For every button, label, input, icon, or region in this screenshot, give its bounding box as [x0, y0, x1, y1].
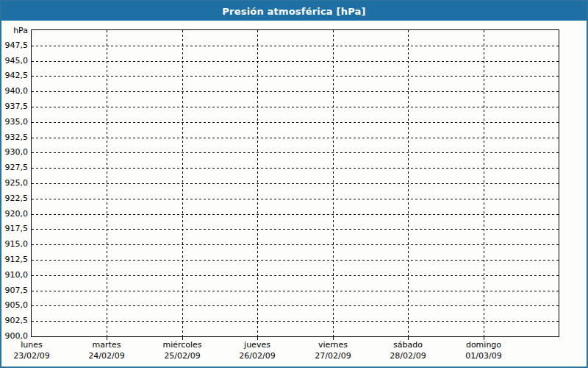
- y-tick-label: 905,0: [1, 300, 28, 311]
- day-name: lunes: [0, 339, 70, 350]
- x-day-label: lunes23/02/09: [0, 339, 70, 361]
- x-day-label: sábado28/02/09: [370, 339, 446, 361]
- day-date: 26/02/09: [219, 350, 295, 361]
- day-date: 24/02/09: [68, 350, 145, 361]
- day-name: domingo: [445, 339, 522, 350]
- x-day-label: viernes27/02/09: [295, 339, 371, 361]
- day-name: martes: [68, 339, 145, 350]
- y-tick-label: 940,0: [1, 85, 28, 97]
- x-axis-tick: [182, 337, 183, 340]
- day-name: sábado: [370, 339, 446, 350]
- y-tick-label: 942,5: [1, 70, 28, 82]
- title-bar: Presión atmosférica [hPa]: [1, 1, 587, 21]
- day-name: jueves: [219, 339, 295, 350]
- chart-title: Presión atmosférica [hPa]: [222, 6, 365, 17]
- x-axis-tick: [257, 337, 258, 340]
- y-tick-label: 930,0: [1, 146, 28, 158]
- y-tick-label: 937,5: [1, 101, 28, 113]
- pressure-chart-widget: Presión atmosférica [hPa] hPa 947,5945,0…: [0, 0, 588, 368]
- day-name: viernes: [295, 339, 371, 350]
- x-day-label: martes24/02/09: [68, 339, 145, 361]
- y-tick-label: 932,5: [1, 132, 28, 144]
- y-tick-label: 900,0: [1, 330, 28, 342]
- y-axis-unit-label: hPa: [1, 26, 28, 36]
- y-tick-label: 910,0: [1, 269, 28, 281]
- x-day-label: miércoles25/02/09: [144, 339, 220, 361]
- y-tick-label: 917,5: [1, 223, 28, 235]
- y-tick-label: 920,0: [1, 208, 28, 220]
- y-tick-label: 945,0: [1, 55, 28, 67]
- day-date: 23/02/09: [0, 350, 70, 361]
- x-axis-tick: [107, 337, 107, 340]
- x-day-label: jueves26/02/09: [219, 339, 295, 361]
- x-axis-tick: [333, 337, 334, 340]
- day-date: 01/03/09: [445, 350, 522, 361]
- y-tick-label: 915,0: [1, 238, 28, 250]
- day-name: miércoles: [144, 339, 220, 350]
- x-axis-tick: [484, 337, 484, 340]
- y-tick-label: 947,5: [1, 40, 28, 52]
- y-tick-label: 907,5: [1, 285, 28, 297]
- y-tick-label: 935,0: [1, 116, 28, 128]
- day-date: 27/02/09: [295, 350, 371, 361]
- y-tick-label: 925,0: [1, 177, 28, 189]
- day-date: 25/02/09: [144, 350, 220, 361]
- day-date: 28/02/09: [370, 350, 446, 361]
- y-tick-label: 912,5: [1, 254, 28, 266]
- y-tick-label: 902,5: [1, 315, 28, 327]
- plot-area: [31, 29, 559, 337]
- y-tick-label: 927,5: [1, 162, 28, 174]
- y-tick-label: 922,5: [1, 193, 28, 205]
- x-axis-tick: [408, 337, 409, 340]
- x-day-label: domingo01/03/09: [445, 339, 522, 361]
